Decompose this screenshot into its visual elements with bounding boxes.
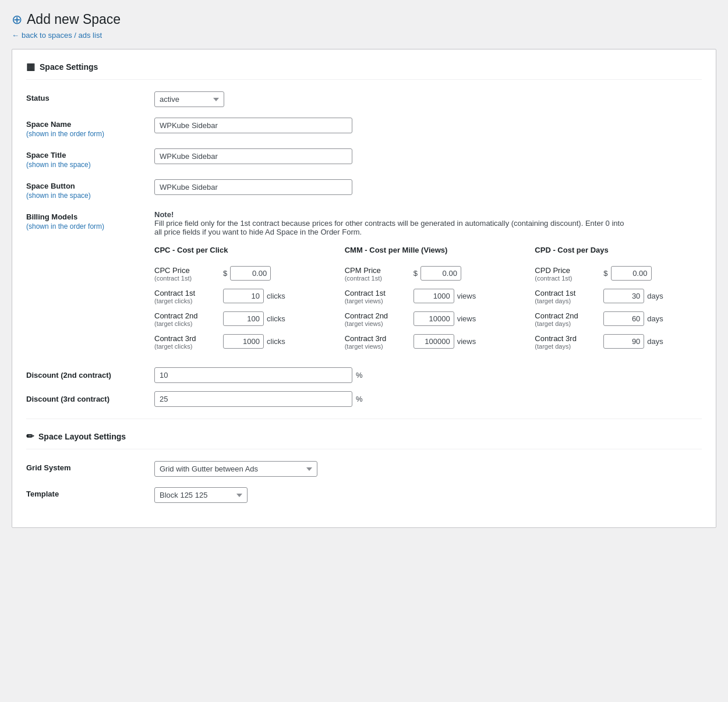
cpd-c2-row: Contract 2nd (target days) days	[535, 311, 702, 327]
space-title-row: Space Title (shown in the space)	[26, 148, 702, 169]
cpd-c2-unit: days	[647, 314, 663, 323]
cpm-c2-input-group: views	[414, 311, 476, 326]
layout-settings-heading: ✏ Space Layout Settings	[26, 431, 702, 449]
cpd-c3-sub: (target days)	[535, 343, 599, 350]
cpm-c1-input[interactable]	[414, 289, 454, 303]
cpc-c1-sub: (target clicks)	[154, 297, 218, 304]
cpd-c1-label: Contract 1st	[535, 289, 599, 297]
cpd-c2-label-wrapper: Contract 2nd (target days)	[535, 311, 599, 327]
grid-system-label-col: Grid System	[26, 461, 143, 472]
cpm-price-label: CPM Price	[345, 266, 409, 275]
billing-note-text: Fill price field only for the 1st contra…	[154, 219, 624, 236]
cpc-c1-label-wrapper: Contract 1st (target clicks)	[154, 289, 218, 304]
cpm-c2-label-wrapper: Contract 2nd (target views)	[345, 311, 409, 327]
cpc-c3-row: Contract 3rd (target clicks) clicks	[154, 334, 321, 350]
page-title: ⊕ Add new Space	[12, 12, 716, 27]
space-title-field-col	[154, 148, 702, 164]
cpd-c2-label: Contract 2nd	[535, 311, 599, 320]
cpm-c1-label-wrapper: Contract 1st (target views)	[345, 289, 409, 304]
space-settings-title: Space Settings	[40, 62, 98, 72]
grid-icon: ▦	[26, 61, 35, 72]
cpm-title: CMM - Cost per Mille (Views)	[345, 246, 512, 258]
cpc-c3-input-group: clicks	[223, 334, 285, 349]
space-title-input[interactable]	[154, 148, 352, 164]
cpc-c2-sub: (target clicks)	[154, 320, 218, 327]
grid-system-select[interactable]: Grid with Gutter between Ads Grid withou…	[154, 461, 317, 477]
discount2-unit: %	[356, 371, 363, 380]
cpm-c3-input[interactable]	[414, 334, 454, 349]
discount2-input[interactable]	[154, 367, 352, 383]
cpm-price-row: CPM Price (contract 1st) $	[345, 266, 512, 282]
cpc-title: CPC - Cost per Click	[154, 246, 321, 258]
space-button-label: Space Button	[26, 182, 143, 190]
cpd-price-input[interactable]	[611, 266, 652, 281]
billing-models-label-col: Billing Models (shown in the order form)	[26, 210, 143, 231]
cpd-c2-input[interactable]	[603, 311, 644, 326]
status-label-col: Status	[26, 91, 143, 102]
space-name-field-col	[154, 118, 702, 133]
discount3-input[interactable]	[154, 391, 352, 407]
cpm-price-label-wrapper: CPM Price (contract 1st)	[345, 266, 409, 282]
cpc-c3-sub: (target clicks)	[154, 343, 218, 350]
cpd-column: CPD - Cost per Days CPD Price (contract …	[535, 246, 702, 357]
cpc-c1-input[interactable]	[223, 289, 264, 303]
cpd-c1-input[interactable]	[603, 289, 644, 303]
cpc-price-sub: (contract 1st)	[154, 275, 218, 282]
cpd-price-label: CPD Price	[535, 266, 599, 275]
cpm-c2-input[interactable]	[414, 311, 454, 326]
billing-models-sub: (shown in the order form)	[26, 222, 143, 231]
space-button-label-col: Space Button (shown in the space)	[26, 179, 143, 200]
space-button-input[interactable]	[154, 179, 352, 195]
cpc-column: CPC - Cost per Click CPC Price (contract…	[154, 246, 321, 357]
cpd-c3-input[interactable]	[603, 334, 644, 349]
template-label-col: Template	[26, 487, 143, 498]
cpc-c1-input-group: clicks	[223, 289, 285, 303]
status-field-col: active inactive	[154, 91, 702, 107]
cpd-c3-label-wrapper: Contract 3rd (target days)	[535, 334, 599, 350]
cpd-c1-unit: days	[647, 292, 663, 300]
back-arrow: ←	[12, 31, 19, 40]
cpc-c2-unit: clicks	[267, 314, 285, 323]
page-title-text: Add new Space	[27, 12, 121, 27]
cpm-price-input[interactable]	[420, 266, 461, 281]
cpm-c1-row: Contract 1st (target views) views	[345, 289, 512, 304]
pencil-icon: ✏	[26, 431, 34, 442]
discount3-field-col: %	[154, 391, 363, 407]
cpc-price-row: CPC Price (contract 1st) $	[154, 266, 321, 282]
template-select[interactable]: Block 125 125 Block 250 250 Block 300 30…	[154, 487, 248, 503]
space-name-input[interactable]	[154, 118, 352, 133]
discount2-label: Discount (2nd contract)	[26, 371, 143, 380]
billing-note-title: Note!	[154, 210, 174, 219]
back-link[interactable]: ← back to spaces / ads list	[12, 31, 102, 40]
grid-system-row: Grid System Grid with Gutter between Ads…	[26, 461, 702, 477]
cpm-column: CMM - Cost per Mille (Views) CPM Price (…	[345, 246, 512, 357]
cpd-currency: $	[603, 269, 607, 278]
template-field-col: Block 125 125 Block 250 250 Block 300 30…	[154, 487, 702, 503]
cpc-price-label: CPC Price	[154, 266, 218, 275]
cpd-c1-row: Contract 1st (target days) days	[535, 289, 702, 304]
discount2-field-col: %	[154, 367, 363, 383]
space-name-label: Space Name	[26, 120, 143, 129]
cpd-c3-label: Contract 3rd	[535, 334, 599, 343]
cpc-c3-input[interactable]	[223, 334, 264, 349]
discount3-unit: %	[356, 395, 363, 403]
grid-system-label: Grid System	[26, 463, 143, 472]
billing-models-content: Note! Fill price field only for the 1st …	[154, 210, 702, 357]
cpc-price-label-wrapper: CPC Price (contract 1st)	[154, 266, 218, 282]
cpm-c1-sub: (target views)	[345, 297, 409, 304]
cpc-c2-label-wrapper: Contract 2nd (target clicks)	[154, 311, 218, 327]
billing-models-grid: CPC - Cost per Click CPC Price (contract…	[154, 246, 702, 357]
cpm-c1-label: Contract 1st	[345, 289, 409, 297]
cpd-price-input-group: $	[603, 266, 651, 281]
cpc-c2-input[interactable]	[223, 311, 264, 326]
cpc-c2-input-group: clicks	[223, 311, 285, 326]
billing-models-label: Billing Models	[26, 212, 143, 221]
cpc-c3-unit: clicks	[267, 337, 285, 346]
space-button-field-col	[154, 179, 702, 195]
space-name-row: Space Name (shown in the order form)	[26, 118, 702, 138]
status-select[interactable]: active inactive	[154, 91, 224, 107]
cpc-currency: $	[223, 269, 227, 278]
cpd-c1-input-group: days	[603, 289, 663, 303]
billing-note: Note! Fill price field only for the 1st …	[154, 210, 632, 236]
cpc-price-input[interactable]	[230, 266, 271, 281]
